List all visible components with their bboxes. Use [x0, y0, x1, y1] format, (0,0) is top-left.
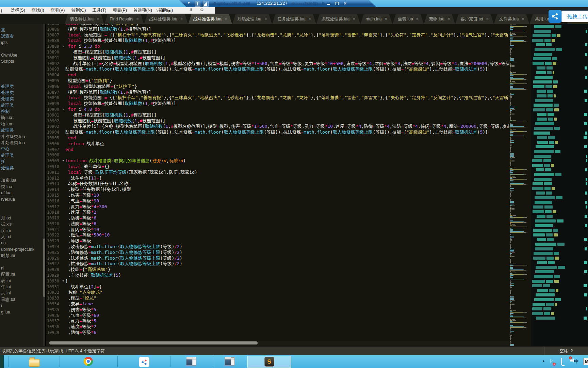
- menu-item-选择[interactable]: 选择(S): [11, 7, 25, 13]
- code-editor[interactable]: 10885local 模型名称范围={"妖王护法"}10886 模型=模型范围[…: [46, 24, 509, 346]
- sidebar-item[interactable]: 日志.txt: [0, 296, 45, 303]
- run-icon[interactable]: ▶: [162, 8, 165, 13]
- sidebar-scrollbar-thumb[interactable]: [43, 239, 45, 297]
- sidebar-item[interactable]: 表.ini: [0, 278, 45, 284]
- close-button[interactable]: ×: [342, 1, 348, 6]
- menu-item-查找[interactable]: 查找(I): [32, 7, 44, 13]
- sidebar-item[interactable]: Scripts: [0, 58, 45, 64]
- sidebar-item[interactable]: 处理类: [0, 165, 45, 171]
- explorer-icon[interactable]: [29, 357, 40, 367]
- console-window-icon[interactable]: [186, 357, 196, 366]
- tab-close-icon[interactable]: ×: [353, 17, 355, 21]
- sidebar-item[interactable]: 斗准备类.lua: [0, 134, 45, 140]
- sidebar-item[interactable]: uf.lua: [0, 190, 45, 196]
- sidebar-item[interactable]: 控制: [0, 108, 45, 114]
- minimize-button[interactable]: [326, 1, 331, 6]
- fold-arrow-icon[interactable]: ▼: [61, 158, 65, 164]
- start-button-edge[interactable]: [0, 355, 4, 368]
- sidebar-item[interactable]: 处理类: [0, 90, 45, 96]
- upload-overlay[interactable]: 拖拽上传: [549, 10, 588, 23]
- sidebar-item[interactable]: OwnUse: [0, 52, 45, 58]
- sidebar-item[interactable]: i: [0, 303, 45, 309]
- sidebar-item[interactable]: 类.lua: [0, 184, 45, 190]
- sidebar-item[interactable]: 处理类: [0, 83, 45, 90]
- cloud-share-icon[interactable]: [549, 10, 561, 23]
- sidebar-item[interactable]: 时禁.ini: [0, 252, 45, 259]
- sidebar-item[interactable]: 托: [0, 158, 45, 165]
- action-center-flag-icon[interactable]: ⚐×: [550, 358, 554, 365]
- console-window-icon-2[interactable]: [225, 357, 235, 366]
- dots-icon[interactable]: ⠿: [189, 7, 192, 12]
- upload-label[interactable]: 拖拽上传: [561, 11, 588, 22]
- menu-item-首选项[interactable]: 首选项(N): [133, 7, 152, 13]
- restore-button[interactable]: [334, 1, 340, 6]
- chevron-down-icon[interactable]: ▾: [188, 1, 190, 5]
- sidebar-item[interactable]: 斗处理类.lua: [0, 140, 45, 146]
- network-icon[interactable]: [561, 358, 562, 365]
- tab-close-icon[interactable]: ×: [136, 17, 139, 21]
- pin-icon[interactable]: [195, 1, 200, 7]
- sidebar-item[interactable]: 度.ini: [0, 228, 45, 234]
- tab-close-icon[interactable]: ×: [522, 17, 524, 21]
- tray-overflow-letter[interactable]: M: [583, 358, 588, 365]
- tray-exp-arrow-icon[interactable]: ▲: [542, 359, 545, 363]
- sidebar-item[interactable]: 处理类: [0, 127, 45, 133]
- tab-close-icon[interactable]: ×: [264, 17, 267, 21]
- tab-close-icon[interactable]: ×: [97, 17, 99, 21]
- sidebar-scrollbar-track[interactable]: [43, 24, 45, 346]
- status-indent-setting[interactable]: 空格: 2: [544, 347, 588, 355]
- sidebar-item[interactable]: 况查看: [0, 33, 45, 39]
- tab-战斗准备类.lua[interactable]: 战斗准备类.lua×: [188, 14, 232, 24]
- tab-对话处理.lua[interactable]: 对话处理.lua×: [232, 14, 272, 24]
- sidebar-item[interactable]: 人.txt: [0, 234, 45, 240]
- tab-客户充值.txt[interactable]: 客户充值.txt×: [455, 14, 494, 24]
- sidebar-item[interactable]: ni: [0, 265, 45, 271]
- gear-icon[interactable]: ⚙: [200, 7, 204, 12]
- tab-宠物.lua[interactable]: 宠物.lua×: [424, 14, 455, 24]
- menu-item-查看[interactable]: 查看(V): [51, 7, 65, 13]
- chrome-icon[interactable]: [84, 357, 93, 366]
- sidebar-item[interactable]: 置: [0, 27, 45, 33]
- sublime-icon[interactable]: S: [264, 357, 274, 367]
- sidebar-item[interactable]: ua: [0, 240, 45, 246]
- tab-close-icon[interactable]: ×: [416, 17, 419, 21]
- horizontal-scrollbar-thumb[interactable]: [49, 341, 258, 344]
- menu-item-转到[interactable]: 转到(G): [71, 7, 86, 13]
- tab-系统处理类.lua[interactable]: 系统处理类.lua×: [316, 14, 360, 24]
- sidebar-item[interactable]: g.lua: [0, 309, 45, 315]
- tab-close-icon[interactable]: ×: [180, 17, 183, 21]
- tab-close-icon[interactable]: ×: [225, 17, 227, 21]
- sidebar-item[interactable]: 处理类: [0, 96, 45, 102]
- minimap[interactable]: [509, 24, 531, 346]
- menu-item-项目[interactable]: 项目(P): [113, 7, 127, 13]
- tab-Find Results[interactable]: Find Results×: [104, 14, 144, 24]
- menu-item-工具[interactable]: 工具(T): [92, 7, 106, 13]
- sidebar-item[interactable]: 加密.lua: [0, 177, 45, 183]
- stop-icon[interactable]: ■: [168, 9, 170, 13]
- sidebar-item[interactable]: 据.xls: [0, 221, 45, 227]
- tab-close-icon[interactable]: ×: [309, 17, 311, 21]
- sidebar-item[interactable]: 牛.ini: [0, 284, 45, 290]
- tab-任务处理类.lua[interactable]: 任务处理类.lua×: [272, 14, 316, 24]
- tab-装备特技.lua[interactable]: 装备特技.lua×: [65, 14, 104, 24]
- tab-战斗处理类.lua[interactable]: 战斗处理类.lua×: [144, 14, 188, 24]
- fold-arrow-icon[interactable]: ▼: [61, 278, 65, 284]
- sidebar-item[interactable]: rver.lua: [0, 196, 45, 202]
- sidebar-item[interactable]: 骑.lua: [0, 114, 45, 121]
- sidebar-item[interactable]: 物.lua: [0, 121, 45, 127]
- sidebar-item[interactable]: 中心: [0, 146, 45, 152]
- sidebar-item[interactable]: 月.txt: [0, 215, 45, 221]
- sidebar-item[interactable]: 处理类: [0, 102, 45, 108]
- sidebar-item[interactable]: 配置.ini: [0, 271, 45, 277]
- tab-close-icon[interactable]: ×: [385, 17, 387, 21]
- input-method-indicator[interactable]: 中: [574, 359, 578, 364]
- tab-文件类.lua[interactable]: 文件类.lua×: [494, 14, 529, 24]
- tab-close-icon[interactable]: ×: [447, 17, 450, 21]
- run-outline-icon[interactable]: ▷: [156, 8, 159, 13]
- sidebar-item[interactable]: 志.ini: [0, 290, 45, 296]
- sidebar-item[interactable]: 处理类: [0, 152, 45, 158]
- cloud-app-icon[interactable]: [139, 357, 149, 367]
- tab-close-icon[interactable]: ×: [486, 17, 489, 21]
- sidebar-item[interactable]: ipts: [0, 40, 45, 46]
- tab-main.lua[interactable]: main.lua×: [361, 14, 392, 24]
